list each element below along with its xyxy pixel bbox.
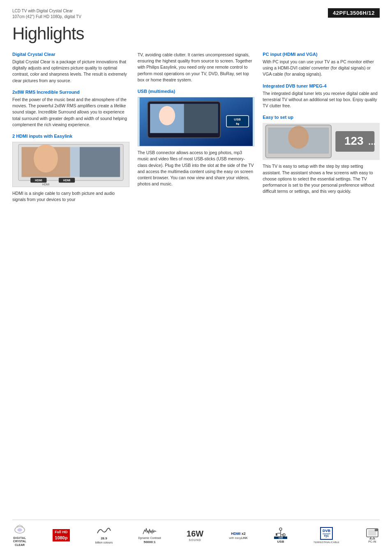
footer-icon-billion-colours: 28.9 billion colours <box>95 527 113 544</box>
section-title-dvb: Integrated DVB tuner MPEG-4 <box>263 83 380 88</box>
section-body-usb: The USB connector allows access to jpeg … <box>138 150 255 187</box>
crystal-clear-label: DIGITAL CRYSTAL CLEAR <box>13 536 26 547</box>
section-body-hdmi-cont: TV, avoiding cable clutter. It carries u… <box>138 52 255 83</box>
setup-svg: 123 ... <box>263 123 380 160</box>
hdmi-image: HDMI HDMI HDMI <box>12 142 129 187</box>
column-3: PC input (HDMI and VGA) With PC input yo… <box>263 52 380 203</box>
svg-point-28 <box>17 528 22 532</box>
section-body-pc-input: With PC input you can use your TV as a P… <box>263 59 380 78</box>
svg-text:USB: USB <box>279 536 283 539</box>
svg-point-29 <box>279 528 282 530</box>
footer-icon-crystal-clear: DIGITAL CRYSTAL CLEAR <box>12 524 27 547</box>
section-body-hdmi: HDMI is a single cable to carry both pic… <box>12 190 129 203</box>
tv-pc-icon: TV <box>365 528 380 539</box>
page-title: Highlights <box>12 24 380 44</box>
footer-icon-hdmi: HDMI x2 with easyLINK <box>229 532 248 539</box>
crystal-clear-icon <box>12 524 27 536</box>
wave-icon <box>97 527 111 536</box>
section-body-surround: Feel the power of the music beat and the… <box>12 97 129 128</box>
header-subtitle: LCD TV with Digital Crystal Clear 107cm … <box>12 8 81 20</box>
svg-point-22 <box>288 126 309 149</box>
footer-icon-dynamic-contrast: Dynamic Contrast 50000:1 <box>138 527 161 544</box>
billion-colours-number: 28.9 <box>101 536 107 540</box>
footer-icon-sound: 16W SOUND <box>187 530 203 541</box>
hdmi-label: HDMI x2 <box>231 532 246 536</box>
setup-image: 123 ... <box>263 123 380 160</box>
svg-text:USB: USB <box>234 118 241 121</box>
usb-svg: USB ⇆ <box>138 97 254 146</box>
hdmi-svg: HDMI HDMI HDMI <box>13 142 129 187</box>
svg-text:123: 123 <box>344 134 364 147</box>
section-body-easy-setup: This TV is easy to setup with the step b… <box>263 163 380 194</box>
billion-colours-label: billion colours <box>95 541 113 544</box>
page: LCD TV with Digital Crystal Clear 107cm … <box>0 0 392 555</box>
svg-point-3 <box>34 144 58 173</box>
subtitle-line2: 107cm (42") Full HD 1080p, digital TV <box>12 14 81 20</box>
section-title-digital-crystal-clear: Digital Crystal Clear <box>12 52 129 57</box>
footer-icon-pc-in: TV PC-IN <box>365 528 380 543</box>
svg-text:TV: TV <box>375 530 377 531</box>
svg-rect-32 <box>276 533 277 536</box>
pc-in-label: PC-IN <box>368 540 376 543</box>
svg-text:⇆: ⇆ <box>235 122 239 126</box>
usb-image: USB ⇆ <box>138 97 255 146</box>
column-1: Digital Crystal Clear Digital Crystal Cl… <box>12 52 129 203</box>
content-columns: Digital Crystal Clear Digital Crystal Cl… <box>12 52 380 203</box>
section-title-surround: 2x8W RMS Incredible Surround <box>12 90 129 95</box>
svg-rect-16 <box>184 104 218 133</box>
contrast-value: 50000:1 <box>143 540 155 544</box>
footer-icons-bar: DIGITAL CRYSTAL CLEAR Full HD 1080p 28.9… <box>12 520 380 547</box>
fullhd-badge: Full HD 1080p <box>53 529 70 541</box>
section-title-pc-input: PC input (HDMI and VGA) <box>263 52 380 57</box>
svg-text:...: ... <box>369 136 376 147</box>
column-2: TV, avoiding cable clutter. It carries u… <box>138 52 255 203</box>
svg-text:HDMI: HDMI <box>42 183 50 186</box>
sound-label: SOUND <box>189 539 201 541</box>
svg-text:HDMI: HDMI <box>63 179 71 182</box>
usb-label: USB <box>277 540 284 543</box>
svg-point-15 <box>159 106 175 125</box>
footer-icon-dvb: DVB T|C TERRESTRIAL/CABLE <box>314 527 339 543</box>
section-title-easy-setup: Easy to set up <box>263 115 380 120</box>
header: LCD TV with Digital Crystal Clear 107cm … <box>12 8 380 20</box>
model-badge: 42PFL3506H/12 <box>328 8 380 18</box>
section-body-dvb: The integrated digital tuner lets you re… <box>263 90 380 109</box>
dvb-label: TERRESTRIAL/CABLE <box>314 541 339 543</box>
section-body-digital-crystal-clear: Digital Crystal Clear is a package of pi… <box>12 59 129 84</box>
sound-wattage: 16W <box>187 530 203 538</box>
subtitle-line1: LCD TV with Digital Crystal Clear <box>12 8 81 14</box>
section-title-usb: USB (multimedia) <box>138 89 255 94</box>
usb-icon: USB <box>273 527 288 539</box>
contrast-label: Dynamic Contrast <box>138 536 161 539</box>
footer-icon-usb: USB USB <box>273 527 288 543</box>
svg-text:HDMI: HDMI <box>35 179 42 182</box>
footer-icon-fullhd: Full HD 1080p <box>53 529 70 541</box>
dvb-badge: DVB T|C <box>320 527 333 540</box>
section-title-hdmi: 2 HDMI inputs with Easylink <box>12 134 129 139</box>
easylink-label: with easyLINK <box>229 536 248 539</box>
svg-rect-5 <box>80 147 120 177</box>
contrast-icon <box>142 527 157 536</box>
